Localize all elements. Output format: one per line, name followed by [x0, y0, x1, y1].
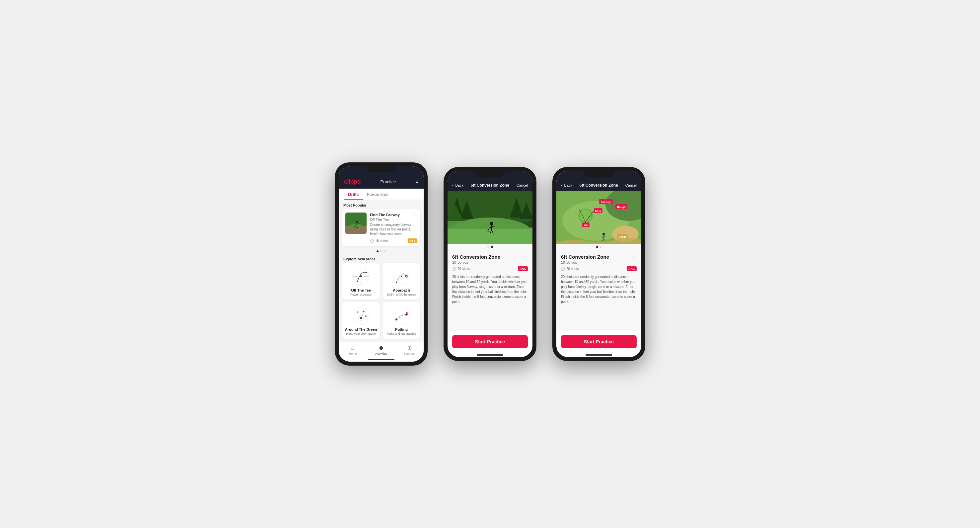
svg-point-60	[579, 210, 592, 222]
dot-d2-2	[491, 246, 493, 248]
cancel-button-3[interactable]: Cancel	[625, 183, 636, 187]
drill-title: Find The Fairway	[370, 212, 417, 217]
drill-range-3: 10-50 yds	[561, 260, 609, 264]
start-practice-button-2[interactable]: Start Practice	[452, 335, 528, 348]
svg-text:Rough: Rough	[617, 206, 625, 209]
favourite-icon[interactable]: ♡	[413, 212, 417, 218]
nav-capture[interactable]: ⊕ Capture	[395, 345, 424, 356]
detail-image-3: Hit Miss Fairway Rough SAND	[556, 191, 641, 244]
back-button-2[interactable]: < Back	[452, 183, 463, 187]
arg-tag-2: ARG	[518, 266, 528, 271]
svg-line-17	[364, 270, 367, 274]
clock-icon-2: 🕐	[452, 267, 456, 271]
nav-activities-label: Activities	[367, 352, 395, 355]
golf-map-svg: Hit Miss Fairway Rough SAND	[556, 191, 641, 244]
skill-icon-ott	[351, 266, 371, 286]
svg-point-18	[357, 281, 358, 282]
detail-shots-row-3: 🕐 20 shots ARG	[561, 266, 636, 271]
drill-name-area-2: 6ft Conversion Zone 10-50 yds	[452, 254, 500, 264]
atg-svg	[351, 306, 371, 325]
skill-card-atg[interactable]: Around The Green Hone your short game	[342, 302, 380, 339]
svg-point-36	[402, 315, 403, 316]
scene: clippd Practice ≡ Drills Favourites Most…	[315, 142, 665, 386]
svg-rect-46	[447, 229, 533, 244]
drill-info: Find The Fairway Off The Tee Create an i…	[370, 212, 417, 243]
detail-shots-3: 🕐 20 shots	[561, 267, 579, 271]
phone-2: < Back 6ft Conversion Zone Cancel	[444, 167, 536, 361]
skill-card-off-the-tee[interactable]: Off The Tee Power accuracy	[342, 263, 380, 300]
back-button-3[interactable]: < Back	[561, 183, 572, 187]
ott-tag: OTT	[408, 238, 417, 243]
tabs-bar: Drills Favourites	[339, 188, 424, 200]
ott-svg	[351, 266, 371, 286]
drill-thumbnail	[345, 212, 367, 234]
skill-card-approach[interactable]: Approach Dial-in to hit the green	[382, 263, 420, 300]
svg-point-31	[395, 319, 398, 321]
svg-text:SAND: SAND	[619, 235, 626, 238]
drill-description: Create an imaginary fairway using trees …	[370, 222, 417, 236]
detail-description-3: 20 shots are randomly generated at dista…	[561, 274, 636, 304]
phone-1: clippd Practice ≡ Drills Favourites Most…	[335, 163, 428, 366]
tab-favourites[interactable]: Favourites	[363, 188, 393, 199]
skill-desc-putting: Make and lag practice	[385, 332, 418, 335]
svg-point-35	[399, 317, 401, 318]
clippd-logo: clippd	[344, 178, 361, 185]
nav-capture-label: Capture	[395, 353, 424, 356]
tab-drills[interactable]: Drills	[344, 188, 363, 199]
golf-photo	[447, 191, 533, 244]
drill-name-2: 6ft Conversion Zone	[452, 254, 500, 260]
approach-svg	[391, 266, 411, 286]
home-bar-2	[477, 354, 503, 356]
svg-point-23	[396, 282, 397, 283]
skill-name-putting: Putting	[385, 327, 418, 332]
detail-image-2	[447, 191, 533, 244]
skill-icon-putting	[391, 306, 411, 325]
nav-home[interactable]: ⌂ Home	[339, 345, 367, 356]
detail-body-2: 6ft Conversion Zone 10-50 yds ♡ 🕐 20 sho…	[447, 250, 533, 331]
svg-text:Miss: Miss	[595, 209, 601, 212]
phone-3: < Back 6ft Conversion Zone Cancel	[552, 167, 645, 361]
start-practice-button-3[interactable]: Start Practice	[561, 335, 636, 348]
clock-icon: 🕐	[370, 239, 374, 243]
bottom-nav-1: ⌂ Home ♣ Activities ⊕ Capture	[339, 342, 424, 357]
svg-text:Hit: Hit	[584, 224, 588, 227]
drill-shots: 🕐 10 shots	[370, 239, 388, 243]
dot-3	[384, 250, 386, 252]
svg-point-71	[603, 233, 605, 235]
cancel-button-2[interactable]: Cancel	[517, 183, 528, 187]
nav-activities[interactable]: ♣ Activities	[367, 345, 395, 356]
screen-title-1: Practice	[380, 179, 396, 184]
svg-point-11	[360, 275, 362, 277]
putting-svg	[391, 306, 411, 325]
dot-d3-1	[596, 246, 598, 248]
golf-photo-svg	[447, 191, 533, 244]
drill-thumb-svg	[345, 212, 367, 234]
detail-description-2: 20 shots are randomly generated at dista…	[452, 274, 528, 304]
drill-name-area-3: 6ft Conversion Zone 10-50 yds	[561, 254, 609, 264]
detail-shots-2: 🕐 20 shots	[452, 267, 470, 271]
skill-name-ott: Off The Tee	[345, 288, 377, 292]
skill-card-putting[interactable]: Putting Make and lag practice	[382, 302, 420, 339]
skill-desc-approach: Dial-in to hit the green	[385, 293, 418, 296]
hamburger-icon[interactable]: ≡	[416, 179, 418, 184]
svg-point-29	[365, 316, 367, 317]
drill-card[interactable]: Find The Fairway Off The Tee Create an i…	[342, 209, 420, 247]
detail-shots-row-2: 🕐 20 shots ARG	[452, 266, 528, 271]
phone-3-screen: < Back 6ft Conversion Zone Cancel	[556, 171, 641, 357]
dot-1	[377, 250, 379, 252]
phone-notch-1	[366, 163, 396, 172]
drill-range-2: 10-50 yds	[452, 260, 500, 264]
most-popular-label: Most Popular	[339, 200, 424, 209]
svg-line-16	[355, 270, 358, 274]
favourite-icon-3[interactable]: ♡	[632, 254, 636, 260]
skill-grid: Off The Tee Power accuracy	[339, 263, 424, 342]
phone-2-screen: < Back 6ft Conversion Zone Cancel	[447, 171, 533, 357]
svg-text:Fairway: Fairway	[601, 201, 611, 204]
favourite-icon-2[interactable]: ♡	[523, 254, 528, 260]
home-bar-3	[585, 354, 612, 356]
nav-home-label: Home	[339, 352, 367, 355]
svg-point-3	[356, 221, 358, 223]
phone-notch-2	[475, 167, 505, 177]
detail-title-2: 6ft Conversion Zone	[471, 183, 509, 188]
carousel-dots	[339, 249, 424, 254]
